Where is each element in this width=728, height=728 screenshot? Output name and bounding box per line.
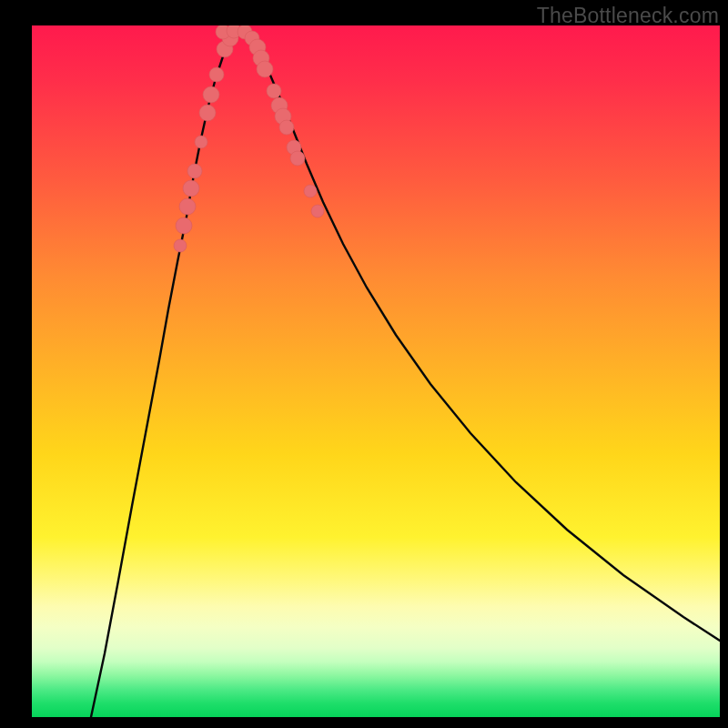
data-marker — [174, 239, 187, 252]
data-marker — [183, 180, 199, 197]
bottleneck-curve — [91, 33, 720, 717]
plot-area — [32, 25, 720, 717]
chart-frame: TheBottleneck.com — [0, 0, 728, 728]
data-marker — [209, 67, 224, 82]
data-marker — [311, 205, 324, 217]
data-marker — [199, 105, 216, 121]
data-marker — [203, 86, 219, 103]
data-marker — [187, 164, 202, 178]
data-marker — [257, 61, 273, 77]
data-marker — [290, 151, 305, 166]
data-marker — [267, 84, 281, 98]
data-markers — [174, 25, 324, 252]
curve-layer — [32, 25, 720, 717]
data-marker — [179, 198, 196, 215]
data-marker — [195, 136, 207, 148]
data-marker — [176, 217, 192, 234]
data-marker — [279, 120, 294, 135]
watermark-text: TheBottleneck.com — [537, 4, 719, 28]
data-marker — [304, 185, 317, 197]
